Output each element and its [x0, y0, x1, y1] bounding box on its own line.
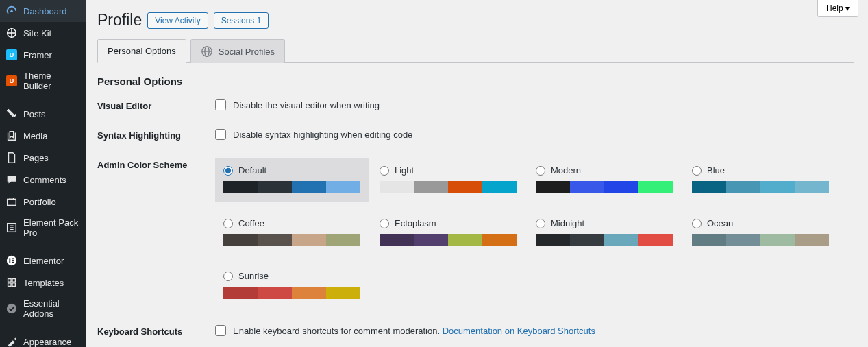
sidebar-item-posts[interactable]: Posts [0, 103, 86, 125]
color-scheme-default[interactable]: Default [215, 158, 369, 202]
field-label: Visual Editor [97, 99, 215, 111]
sidebar-item-site-kit[interactable]: Site Kit [0, 22, 86, 44]
swatch [726, 181, 760, 193]
color-scheme-ectoplasm[interactable]: Ectoplasm [371, 211, 525, 254]
swatch [760, 234, 795, 246]
svg-rect-5 [12, 258, 14, 259]
sessions-button[interactable]: Sessions 1 [214, 12, 269, 29]
main-content: Help ▾ Profile View Activity Sessions 1 … [86, 0, 868, 347]
color-scheme-radio[interactable] [223, 166, 233, 176]
portfolio-icon [5, 195, 18, 208]
color-scheme-blue[interactable]: Blue [684, 158, 837, 202]
swatch [258, 287, 292, 299]
sitekit-icon [5, 27, 18, 39]
color-scheme-light[interactable]: Light [371, 158, 525, 202]
tab-social-profiles[interactable]: Social Profiles [190, 39, 285, 63]
color-scheme-midnight[interactable]: Midnight [528, 211, 681, 254]
sidebar-item-appearance[interactable]: Appearance [0, 331, 86, 347]
view-activity-button[interactable]: View Activity [147, 12, 208, 29]
sidebar-item-element-pack-pro[interactable]: Element Pack Pro [0, 213, 86, 243]
sidebar-item-media[interactable]: Media [0, 125, 86, 147]
sidebar-item-theme-builder[interactable]: UTheme Builder [0, 66, 86, 96]
syntax-checkbox[interactable] [215, 129, 226, 140]
swatch [604, 181, 638, 193]
keyboard-doc-link[interactable]: Documentation on Keyboard Shortcuts [443, 326, 595, 336]
sidebar-item-dashboard[interactable]: Dashboard [0, 0, 86, 22]
admin-sidebar: DashboardSite KitUFramerUTheme BuilderPo… [0, 0, 86, 347]
keyboard-checkbox[interactable] [215, 325, 226, 336]
swatch-row [536, 181, 673, 193]
checkbox-text: Disable syntax highlighting when editing… [233, 130, 412, 140]
swatch [692, 181, 726, 193]
sidebar-item-elementor[interactable]: Elementor [0, 250, 86, 272]
color-scheme-coffee[interactable]: Coffee [215, 211, 369, 254]
row-syntax-highlighting: Syntax Highlighting Disable syntax highl… [97, 129, 854, 141]
color-scheme-radio[interactable] [380, 219, 389, 228]
swatch [326, 181, 360, 193]
swatch [258, 181, 292, 193]
swatch-row [536, 234, 673, 246]
color-scheme-radio[interactable] [223, 272, 233, 281]
swatch [380, 234, 414, 246]
sidebar-item-label: Comments [23, 175, 66, 185]
visual-editor-checkbox[interactable] [215, 99, 226, 110]
sidebar-item-label: Elementor [23, 256, 64, 266]
swatch [258, 234, 292, 246]
row-keyboard-shortcuts: Keyboard Shortcuts Enable keyboard short… [97, 325, 854, 337]
sidebar-item-comments[interactable]: Comments [0, 169, 86, 191]
color-scheme-name: Light [395, 165, 414, 176]
swatch-row [380, 181, 517, 193]
field-label: Keyboard Shortcuts [97, 325, 215, 337]
color-scheme-name: Ectoplasm [395, 218, 436, 228]
syntax-checkbox-label[interactable]: Disable syntax highlighting when editing… [215, 129, 854, 140]
sidebar-item-label: Essential Addons [23, 298, 81, 319]
color-scheme-radio[interactable] [692, 219, 702, 228]
swatch [604, 234, 638, 246]
color-scheme-radio[interactable] [223, 219, 233, 228]
swatch [448, 181, 482, 193]
swatch [726, 234, 760, 246]
color-scheme-modern[interactable]: Modern [528, 158, 681, 202]
dashboard-icon [5, 5, 18, 17]
sidebar-item-label: Site Kit [23, 28, 51, 38]
sidebar-item-essential-addons[interactable]: Essential Addons [0, 294, 86, 324]
row-color-scheme: Admin Color Scheme DefaultLightModernBlu… [97, 158, 854, 307]
field-label: Syntax Highlighting [97, 129, 215, 141]
color-scheme-radio[interactable] [536, 219, 545, 228]
svg-rect-4 [9, 258, 10, 263]
swatch [380, 181, 414, 193]
swatch [570, 181, 604, 193]
sidebar-item-label: Framer [23, 50, 52, 60]
color-scheme-ocean[interactable]: Ocean [684, 211, 837, 254]
color-scheme-name: Coffee [238, 218, 264, 228]
field-label: Admin Color Scheme [97, 158, 215, 170]
posts-icon [5, 108, 18, 120]
swatch [292, 287, 326, 299]
swatch [760, 181, 795, 193]
swatch [692, 234, 726, 246]
color-scheme-radio[interactable] [536, 166, 545, 176]
sidebar-item-framer[interactable]: UFramer [0, 44, 86, 66]
visual-editor-checkbox-label[interactable]: Disable the visual editor when writing [215, 99, 854, 110]
sidebar-item-portfolio[interactable]: Portfolio [0, 191, 86, 213]
color-scheme-radio[interactable] [380, 166, 389, 176]
media-icon [5, 130, 18, 142]
color-scheme-radio[interactable] [692, 166, 702, 176]
tab-label: Social Profiles [219, 47, 275, 57]
sidebar-item-pages[interactable]: Pages [0, 147, 86, 169]
templates-icon [5, 276, 18, 289]
color-scheme-sunrise[interactable]: Sunrise [215, 264, 369, 307]
help-button[interactable]: Help ▾ [817, 0, 858, 17]
sidebar-item-label: Portfolio [23, 197, 56, 207]
sidebar-item-label: Theme Builder [23, 71, 81, 91]
themebuilder-icon: U [5, 75, 18, 87]
appearance-icon [5, 335, 18, 347]
comments-icon [5, 174, 18, 186]
sidebar-item-label: Pages [23, 153, 49, 163]
sidebar-item-templates[interactable]: Templates [0, 272, 86, 294]
tab-personal-options[interactable]: Personal Options [97, 39, 186, 63]
svg-rect-7 [12, 262, 14, 263]
color-schemes-grid: DefaultLightModernBlueCoffeeEctoplasmMid… [215, 158, 854, 307]
keyboard-checkbox-label[interactable]: Enable keyboard shortcuts for comment mo… [215, 325, 854, 336]
color-scheme-name: Sunrise [238, 271, 269, 281]
